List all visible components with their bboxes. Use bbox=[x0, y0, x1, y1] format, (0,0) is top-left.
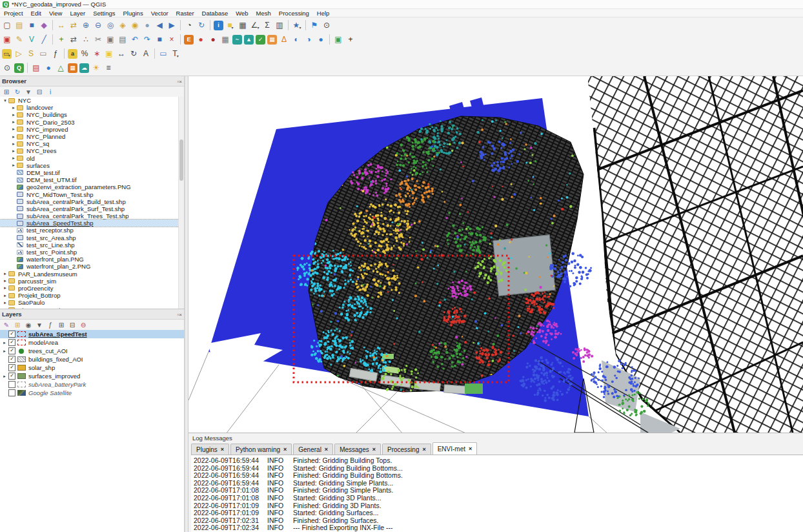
tab-close-icon[interactable]: × bbox=[325, 446, 328, 453]
menu-layer[interactable]: Layer bbox=[66, 10, 89, 17]
remove-layer-icon[interactable]: ⊖ bbox=[79, 321, 88, 330]
browser-item-nyc-improved[interactable]: ▸NYC_improved bbox=[0, 126, 179, 133]
deselect-all-icon[interactable]: ▭ bbox=[37, 48, 49, 59]
browser-item-nyc[interactable]: ▾NYC bbox=[0, 97, 179, 104]
globe-overview-icon[interactable]: ● bbox=[315, 34, 327, 45]
add-selected-layers-icon[interactable]: ⊞ bbox=[2, 88, 11, 97]
crosshair-tool-icon[interactable]: + bbox=[345, 34, 356, 45]
orange-grid-tool-icon[interactable]: ▦ bbox=[68, 63, 77, 73]
expander-icon[interactable]: ▸ bbox=[10, 163, 17, 168]
map-tips-icon[interactable]: ▭ bbox=[158, 48, 169, 59]
expander-icon[interactable]: ▸ bbox=[10, 127, 17, 132]
delta-terrain-icon[interactable]: Δ bbox=[278, 34, 290, 45]
plugin-zoom-icon[interactable]: ⊙ bbox=[1, 62, 13, 74]
select-by-expression-icon[interactable]: ƒ bbox=[50, 48, 61, 59]
browser-item-subarea-centralpark-build-test-shp[interactable]: subArea_centralPark_Build_test.shp bbox=[0, 198, 179, 205]
log-tab-general[interactable]: General× bbox=[293, 444, 333, 455]
log-tab-python-warning[interactable]: Python warning× bbox=[230, 444, 292, 455]
layer-item-trees-cut-aoi[interactable]: ▸✓trees_cut_AOI bbox=[0, 347, 184, 355]
collapse-all-icon[interactable]: ⊟ bbox=[68, 321, 77, 330]
collapse-all-icon[interactable]: ⊟ bbox=[35, 88, 44, 97]
browser-item-nyc-planned[interactable]: ▸NYC_Planned bbox=[0, 133, 179, 140]
layer-checkbox[interactable]: ✓ bbox=[8, 373, 15, 380]
pan-map-icon[interactable]: ↔ bbox=[56, 19, 67, 31]
map-canvas[interactable] bbox=[188, 76, 803, 433]
layer-item-buildings-fixed-aoi[interactable]: ✓buildings_fixed_AOI bbox=[0, 355, 184, 363]
browser-item-nyc-trees[interactable]: ▸NYC_trees bbox=[0, 147, 179, 154]
globe-search-2-icon[interactable]: ◑ bbox=[303, 34, 314, 45]
browser-scrollbar-thumb[interactable] bbox=[179, 139, 183, 181]
expand-all-icon[interactable]: ⊞ bbox=[57, 321, 66, 330]
layer-labeling-icon[interactable]: a bbox=[68, 49, 77, 59]
expander-icon[interactable]: ▸ bbox=[10, 141, 17, 147]
properties-widget-icon[interactable]: i bbox=[46, 88, 55, 97]
browser-item-nyc-sq[interactable]: ▸NYC_sq bbox=[0, 140, 179, 147]
plugin-marker-dark-red-icon[interactable]: ● bbox=[207, 34, 219, 45]
zoom-in-icon[interactable]: ⊕ bbox=[80, 19, 92, 31]
sun-shading-icon[interactable]: ☀ bbox=[90, 62, 102, 74]
tab-close-icon[interactable]: × bbox=[422, 446, 425, 453]
terrain-profile-icon[interactable]: △ bbox=[55, 62, 66, 74]
highlight-labels-icon[interactable]: ▣ bbox=[103, 48, 115, 59]
rotate-label-icon[interactable]: ↻ bbox=[128, 48, 139, 59]
paste-features-icon[interactable]: ▤ bbox=[117, 34, 128, 45]
menu-raster[interactable]: Raster bbox=[172, 10, 198, 17]
menu-plugins[interactable]: Plugins bbox=[119, 10, 147, 17]
menu-settings[interactable]: Settings bbox=[89, 10, 119, 17]
layer-checkbox[interactable]: ✓ bbox=[8, 364, 15, 371]
layer-checkbox[interactable]: ✓ bbox=[8, 356, 15, 363]
tab-close-icon[interactable]: × bbox=[469, 445, 472, 452]
expander-icon[interactable]: ▸ bbox=[1, 340, 8, 345]
expander-icon[interactable]: ▸ bbox=[2, 278, 8, 283]
statistical-summary-icon[interactable]: Σ bbox=[261, 19, 273, 31]
layer-checkbox[interactable]: ✓ bbox=[8, 331, 15, 338]
menu-processing[interactable]: Processing bbox=[275, 10, 313, 17]
log-tab-messages[interactable]: Messages× bbox=[334, 444, 381, 455]
layer-item-solar-shp[interactable]: ✓solar_shp bbox=[0, 363, 184, 372]
expander-icon[interactable]: ▾ bbox=[2, 98, 8, 103]
browser-item-progreencity[interactable]: ▸proGreencity bbox=[0, 285, 179, 292]
layer-item-surfaces-improved[interactable]: ▸✓surfaces_improved bbox=[0, 372, 184, 380]
browser-item-surfaces[interactable]: ▸surfaces bbox=[0, 162, 179, 169]
data-source-manager-icon[interactable]: ▥ bbox=[274, 19, 285, 31]
layer-item-google-satellite[interactable]: Google Satellite bbox=[0, 389, 184, 397]
plugin-wave-icon[interactable]: ~ bbox=[232, 35, 242, 45]
new-project-icon[interactable]: ▢ bbox=[1, 19, 13, 31]
layer-checkbox[interactable] bbox=[8, 389, 15, 396]
pin-labels-icon[interactable]: ∗ bbox=[91, 48, 103, 59]
move-feature-icon[interactable]: ⇄ bbox=[68, 34, 79, 45]
browser-item-saopaulo[interactable]: ▸SaoPaulo bbox=[0, 299, 179, 306]
undo-icon[interactable]: ↶ bbox=[129, 34, 141, 45]
zoom-last-icon[interactable]: ◀ bbox=[154, 19, 165, 31]
expander-icon[interactable]: ▸ bbox=[1, 349, 8, 354]
expander-icon[interactable]: ▸ bbox=[2, 285, 8, 291]
close-panel-icon[interactable]: × bbox=[179, 312, 182, 318]
current-edits-icon[interactable]: ▣ bbox=[1, 34, 13, 45]
zoom-next-icon[interactable]: ▶ bbox=[166, 19, 178, 31]
place-search-icon[interactable]: ⊙ bbox=[321, 19, 332, 31]
browser-item-dem-test-utm-tif[interactable]: DEM_test_UTM.tif bbox=[0, 176, 179, 183]
layer-stack-icon[interactable]: ≡ bbox=[103, 62, 114, 74]
plugin-terrain-icon[interactable]: ▲ bbox=[244, 35, 254, 45]
change-label-icon[interactable]: A bbox=[140, 48, 152, 59]
browser-item-dem-test-tif[interactable]: DEM_test.tif bbox=[0, 169, 179, 176]
save-edits-icon[interactable]: ■ bbox=[154, 34, 165, 45]
pan-to-selection-icon[interactable]: ⇄ bbox=[68, 19, 79, 31]
browser-item-subarea-centralpark-trees-test-shp[interactable]: subArea_centralPark_Trees_Test.shp bbox=[0, 212, 179, 220]
refresh-map-icon[interactable]: ↻ bbox=[196, 19, 207, 31]
log-tab-processing[interactable]: Processing× bbox=[382, 444, 431, 455]
tab-close-icon[interactable]: × bbox=[283, 446, 287, 453]
layer-item-modelarea[interactable]: ▸✓modelArea bbox=[0, 338, 184, 347]
style-manager-icon[interactable]: ◆ bbox=[38, 19, 50, 31]
plugin-marker-red-icon[interactable]: ● bbox=[195, 34, 207, 45]
layer-diagram-icon[interactable]: % bbox=[79, 48, 90, 59]
plugin-grid-icon[interactable]: ▦ bbox=[219, 34, 231, 45]
menu-database[interactable]: Database bbox=[198, 10, 232, 17]
expander-icon[interactable]: ▸ bbox=[10, 156, 17, 161]
expander-icon[interactable]: ▸ bbox=[10, 119, 17, 125]
add-group-icon[interactable]: ⊞ bbox=[13, 321, 22, 330]
open-project-icon[interactable]: ▤ bbox=[14, 19, 25, 31]
image-preview-icon[interactable]: ▣ bbox=[332, 34, 344, 45]
temporal-controller-icon[interactable]: ◔ bbox=[183, 19, 195, 31]
browser-item-waterfront-plan-png[interactable]: waterfront_plan.PNG bbox=[0, 256, 179, 263]
